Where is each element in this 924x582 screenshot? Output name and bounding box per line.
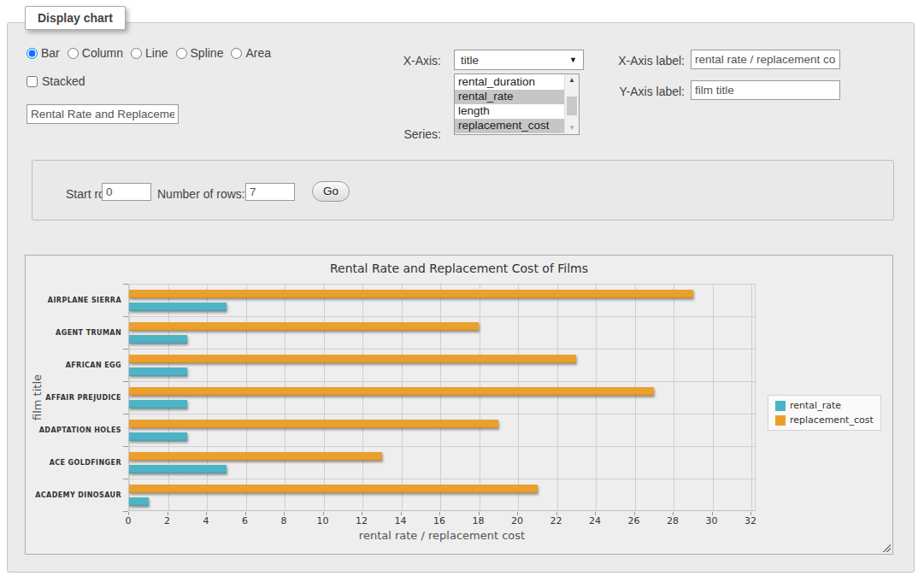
chart-type-radio[interactable] — [26, 48, 38, 59]
bar-replacement_cost — [129, 452, 382, 461]
legend-item[interactable]: replacement_cost — [775, 414, 874, 426]
y-axis-tick — [123, 381, 128, 382]
listbox-scrollbar[interactable]: ▲ ▼ — [564, 74, 579, 134]
chart-type-radio[interactable] — [231, 48, 242, 59]
chart-container: Rental Rate and Replacement Cost of Film… — [25, 255, 893, 555]
x-tick-label: 24 — [582, 515, 608, 526]
y-axis-tick — [123, 446, 128, 447]
legend-item[interactable]: rental_rate — [775, 400, 874, 411]
go-button[interactable]: Go — [312, 181, 350, 202]
series-option[interactable]: rental_duration — [455, 75, 564, 90]
chart-type-option[interactable]: Column — [68, 46, 123, 60]
y-axis-tick — [123, 284, 128, 285]
bar-replacement_cost — [129, 322, 479, 331]
series-option[interactable]: replacement_cost — [455, 119, 564, 133]
bar-replacement_cost — [129, 387, 654, 396]
chart-type-option[interactable]: Spline — [176, 46, 224, 60]
stacked-row: Stacked — [26, 74, 85, 88]
chart-type-label: Bar — [41, 46, 60, 60]
y-axis-label-caption: Y-Axis label: — [568, 85, 685, 98]
legend-label: rental_rate — [790, 400, 841, 411]
x-axis-caption: X-Axis: — [341, 54, 441, 68]
x-tick-label: 14 — [388, 515, 414, 526]
series-listbox[interactable]: rental_durationrental_ratelengthreplacem… — [454, 73, 580, 135]
category-row — [129, 285, 755, 317]
row-params-box: Start row: Number of rows: Go — [32, 160, 894, 220]
category-label: AFRICAN EGG — [26, 349, 121, 381]
stacked-checkbox[interactable] — [26, 76, 38, 87]
display-chart-fieldset: Display chart BarColumnLineSplineArea St… — [7, 22, 915, 573]
x-tick-label: 16 — [427, 515, 452, 526]
chart-type-radio[interactable] — [176, 48, 187, 59]
chart-legend: rental_ratereplacement_cost — [768, 395, 881, 431]
chart-title-input[interactable] — [26, 104, 179, 124]
chart-type-option[interactable]: Area — [231, 46, 271, 60]
chart-type-radio[interactable] — [131, 48, 142, 59]
y-axis-tick — [123, 316, 128, 317]
x-tick-label: 18 — [466, 515, 491, 526]
x-axis-label-caption: X-Axis label: — [568, 54, 685, 68]
category-label: AIRPLANE SIERRA — [26, 284, 121, 316]
num-rows-input[interactable] — [245, 183, 295, 201]
x-tick-label: 26 — [621, 515, 647, 526]
x-tick-label: 32 — [738, 515, 763, 526]
x-axis-title: rental rate / replacement cost — [128, 529, 756, 542]
y-axis-tick — [123, 479, 128, 479]
bar-rental_rate — [129, 335, 187, 344]
x-tick-label: 6 — [232, 515, 258, 526]
bar-replacement_cost — [129, 290, 693, 298]
x-axis-label-input[interactable] — [691, 50, 840, 69]
scrollbar-thumb[interactable] — [567, 97, 577, 115]
x-tick-label: 28 — [660, 515, 686, 526]
category-row — [129, 447, 755, 479]
series-option[interactable]: rental_rate — [455, 90, 564, 104]
legend-label: replacement_cost — [790, 414, 874, 426]
category-labels: AIRPLANE SIERRAAGENT TRUMANAFRICAN EGGAF… — [26, 284, 121, 511]
y-axis-label-input[interactable] — [691, 80, 840, 100]
category-row — [129, 414, 755, 447]
num-rows-label: Number of rows: — [157, 187, 245, 201]
chart-type-label: Column — [82, 46, 123, 60]
bar-rental_rate — [129, 303, 227, 311]
chart-type-label: Spline — [191, 46, 224, 60]
chart-title: Rental Rate and Replacement Cost of Film… — [26, 262, 892, 275]
x-tick-label: 20 — [504, 515, 530, 526]
bar-replacement_cost — [129, 355, 576, 363]
bar-rental_rate — [129, 465, 227, 473]
bar-replacement_cost — [129, 420, 498, 428]
stacked-label: Stacked — [42, 74, 85, 88]
x-tick-label: 30 — [699, 515, 725, 526]
fieldset-legend: Display chart — [25, 6, 126, 30]
y-axis-tick — [123, 511, 128, 512]
chart-type-label: Line — [145, 46, 168, 60]
x-tick-label: 8 — [271, 515, 297, 526]
legend-swatch — [775, 415, 786, 426]
y-axis-tick — [123, 349, 128, 350]
category-row — [129, 317, 755, 350]
chart-type-radio[interactable] — [68, 48, 79, 59]
plot-area — [128, 284, 756, 511]
scroll-down-icon[interactable]: ▼ — [565, 122, 579, 134]
category-row — [129, 382, 755, 414]
chart-type-label: Area — [245, 46, 271, 60]
category-label: AFFAIR PREJUDICE — [26, 381, 121, 414]
series-options: rental_durationrental_ratelengthreplacem… — [455, 74, 564, 134]
category-label: ADAPTATION HOLES — [26, 414, 121, 446]
series-caption: Series: — [341, 127, 441, 141]
resize-grip-icon[interactable] — [881, 543, 891, 552]
bar-rental_rate — [129, 367, 187, 376]
category-row — [129, 479, 755, 512]
bar-rental_rate — [129, 400, 187, 409]
y-axis-tick — [123, 414, 128, 414]
category-row — [129, 350, 755, 382]
bar-rental_rate — [129, 497, 149, 506]
chart-type-option[interactable]: Bar — [26, 46, 60, 60]
chart-type-option[interactable]: Line — [131, 46, 168, 60]
chart-type-radio-group: BarColumnLineSplineArea — [26, 46, 279, 60]
x-tick-label: 10 — [310, 515, 336, 526]
x-axis-select[interactable]: title ▼ — [454, 50, 584, 70]
x-tick-label: 4 — [193, 515, 219, 526]
start-row-input[interactable] — [102, 183, 151, 201]
legend-swatch — [775, 401, 786, 411]
series-option[interactable]: length — [455, 104, 564, 119]
